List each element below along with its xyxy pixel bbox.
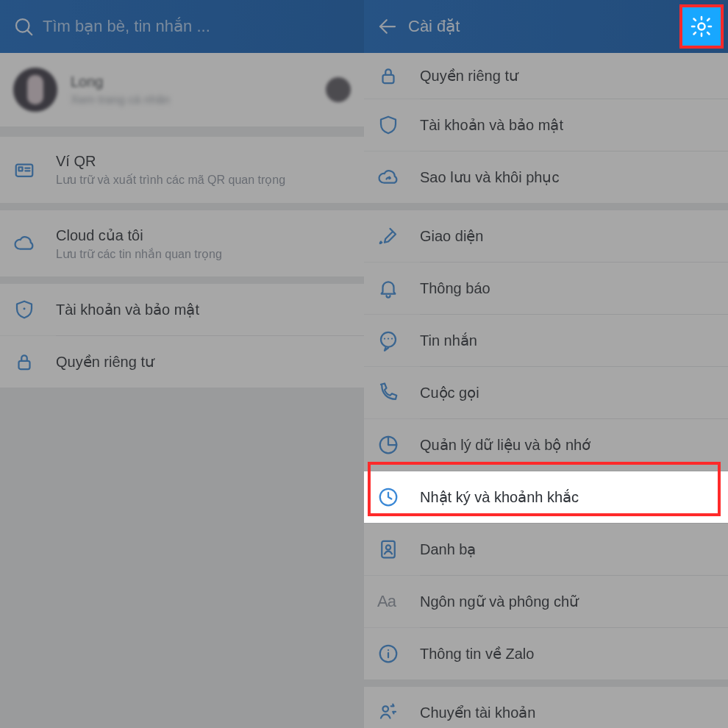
row-title: Sao lưu và khôi phục <box>420 168 715 186</box>
empty-area <box>0 388 364 728</box>
section-gap <box>364 203 728 210</box>
row-title: Cuộc gọi <box>420 384 715 402</box>
message-icon <box>377 329 420 351</box>
header-right: Cài đặt <box>364 0 728 53</box>
row-title: Tài khoản và bảo mật <box>420 116 715 134</box>
row-messages[interactable]: Tin nhắn <box>364 315 728 366</box>
row-backup-restore[interactable]: Sao lưu và khôi phục <box>364 151 728 203</box>
svg-point-19 <box>386 545 390 549</box>
row-language-font[interactable]: Aa Ngôn ngữ và phông chữ <box>364 576 728 627</box>
clock-icon <box>377 486 420 508</box>
lock-icon <box>377 65 420 87</box>
row-contacts[interactable]: Danh bạ <box>364 524 728 575</box>
info-icon <box>377 643 420 665</box>
row-account-security[interactable]: Tài khoản và bảo mật <box>0 284 364 335</box>
row-data-storage[interactable]: Quản lý dữ liệu và bộ nhớ <box>364 419 728 471</box>
search-input[interactable]: Tìm bạn bè, tin nhắn ... <box>40 17 357 36</box>
qr-wallet-icon <box>13 159 56 181</box>
row-my-cloud[interactable]: Cloud của tôi Lưu trữ các tin nhắn quan … <box>0 210 364 276</box>
row-privacy[interactable]: Quyền riêng tư <box>364 53 728 99</box>
section-gap <box>364 679 728 687</box>
svg-point-24 <box>698 23 704 29</box>
svg-rect-11 <box>383 75 394 83</box>
settings-gear-button[interactable] <box>679 4 724 49</box>
back-icon[interactable] <box>371 10 404 43</box>
row-title: Tài khoản và bảo mật <box>56 301 351 318</box>
row-title: Quyền riêng tư <box>56 353 351 371</box>
row-title: Thông báo <box>420 280 715 297</box>
svg-line-1 <box>28 31 32 35</box>
profile-name: Long <box>71 74 313 90</box>
svg-rect-3 <box>19 167 23 171</box>
row-title: Quản lý dữ liệu và bộ nhớ <box>420 436 715 454</box>
row-timeline-moments[interactable]: Nhật ký và khoảnh khắc <box>364 471 728 523</box>
panel-more: Tìm bạn bè, tin nhắn ... Long Xem trang … <box>0 0 364 728</box>
row-title: Thông tin về Zalo <box>420 645 715 663</box>
profile-row[interactable]: Long Xem trang cá nhân <box>0 53 364 126</box>
row-sub: Lưu trữ các tin nhắn quan trọng <box>56 247 351 261</box>
section-gap <box>0 203 364 210</box>
svg-rect-7 <box>19 361 30 369</box>
brush-icon <box>377 225 420 247</box>
row-title: Tin nhắn <box>420 332 715 349</box>
font-icon: Aa <box>377 592 420 611</box>
row-title: Giao diện <box>420 227 715 245</box>
row-title: Ngôn ngữ và phông chữ <box>420 593 715 610</box>
row-privacy[interactable]: Quyền riêng tư <box>0 336 364 388</box>
row-title: Danh bạ <box>420 540 715 558</box>
cloud-sync-icon <box>377 166 420 188</box>
shield-icon <box>377 114 420 136</box>
row-account-security[interactable]: Tài khoản và bảo mật <box>364 99 728 151</box>
row-sub: Lưu trữ và xuất trình các mã QR quan trọ… <box>56 173 351 187</box>
lock-icon <box>13 351 56 373</box>
row-title: Cloud của tôi <box>56 226 351 244</box>
section-gap <box>0 126 364 137</box>
header-left: Tìm bạn bè, tin nhắn ... <box>0 0 364 53</box>
row-notifications[interactable]: Thông báo <box>364 263 728 314</box>
search-icon[interactable] <box>7 10 40 43</box>
svg-point-12 <box>381 332 396 347</box>
row-theme[interactable]: Giao diện <box>364 210 728 262</box>
row-title: Chuyển tài khoản <box>420 704 715 721</box>
shield-icon <box>13 299 56 321</box>
contact-book-icon <box>377 538 420 560</box>
section-gap <box>0 276 364 284</box>
row-title: Quyền riêng tư <box>420 67 715 85</box>
row-calls[interactable]: Cuộc gọi <box>364 367 728 418</box>
svg-point-6 <box>24 307 26 310</box>
row-title: Nhật ký và khoảnh khắc <box>420 488 715 506</box>
avatar-small <box>326 77 351 102</box>
row-qr-wallet[interactable]: Ví QR Lưu trữ và xuất trình các mã QR qu… <box>0 137 364 203</box>
avatar <box>13 68 57 112</box>
cloud-icon <box>13 232 56 254</box>
page-title: Cài đặt <box>404 17 688 36</box>
row-about[interactable]: Thông tin về Zalo <box>364 628 728 679</box>
profile-sub: Xem trang cá nhân <box>71 93 313 107</box>
panel-settings: Cài đặt Quyền riêng tư Tài khoản và bảo … <box>364 0 728 728</box>
pie-chart-icon <box>377 434 420 456</box>
svg-point-23 <box>383 706 389 712</box>
row-switch-account[interactable]: Chuyển tài khoản <box>364 687 728 728</box>
phone-icon <box>377 382 420 404</box>
bell-icon <box>377 277 420 299</box>
switch-account-icon <box>377 702 420 724</box>
row-title: Ví QR <box>56 153 351 170</box>
